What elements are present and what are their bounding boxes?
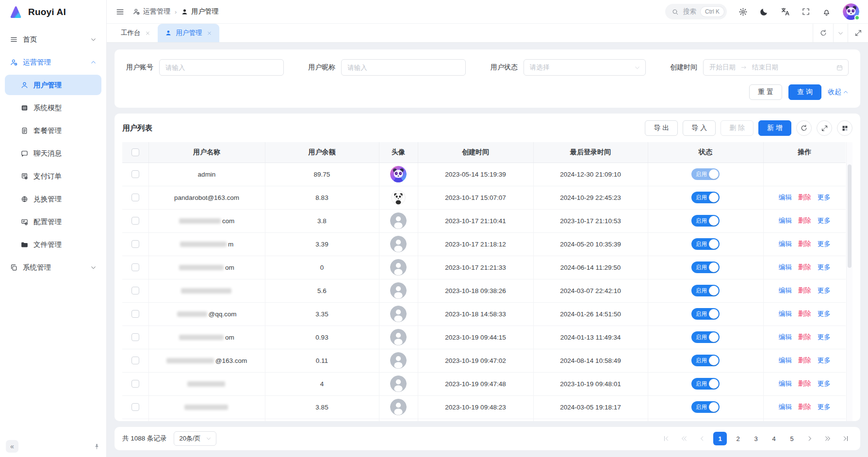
row-checkbox[interactable]: [131, 380, 139, 388]
status-select[interactable]: 请选择: [524, 59, 646, 76]
more-link[interactable]: 更多: [818, 379, 831, 388]
reset-button[interactable]: 重 置: [749, 84, 782, 100]
row-checkbox[interactable]: [131, 333, 139, 341]
more-link[interactable]: 更多: [818, 240, 831, 248]
bell-icon[interactable]: [822, 7, 831, 16]
column-settings-icon[interactable]: [837, 120, 852, 136]
sidebar-item-child[interactable]: 兑换管理: [5, 189, 101, 209]
add-button[interactable]: 新 增: [758, 120, 791, 136]
edit-link[interactable]: 编辑: [779, 263, 792, 272]
edit-link[interactable]: 编辑: [779, 193, 792, 202]
delete-link[interactable]: 删除: [798, 240, 811, 248]
delete-link[interactable]: 删除: [798, 403, 811, 411]
close-icon[interactable]: [207, 31, 212, 36]
more-link[interactable]: 更多: [818, 286, 831, 295]
edit-link[interactable]: 编辑: [779, 379, 792, 388]
sidebar-collapse-button[interactable]: «: [6, 440, 18, 453]
expand-icon[interactable]: [817, 120, 832, 136]
sidebar-item-child[interactable]: 聊天消息: [5, 143, 101, 163]
page-fast-next-button[interactable]: [821, 432, 835, 445]
sidebar-item-child[interactable]: 系统模型: [5, 98, 101, 118]
row-checkbox[interactable]: [131, 287, 139, 294]
row-checkbox[interactable]: [131, 170, 139, 178]
more-link[interactable]: 更多: [818, 310, 831, 318]
edit-link[interactable]: 编辑: [779, 403, 792, 411]
delete-link[interactable]: 删除: [798, 356, 811, 365]
page-number-3[interactable]: 3: [749, 432, 763, 445]
dark-mode-moon-icon[interactable]: [759, 7, 769, 16]
status-toggle[interactable]: 启用: [691, 192, 720, 203]
row-checkbox[interactable]: [131, 194, 139, 201]
sidebar-item-home[interactable]: 首页: [5, 29, 101, 49]
sidebar-item-active[interactable]: 用户管理: [5, 75, 101, 95]
status-toggle[interactable]: 启用: [691, 355, 720, 366]
select-all-checkbox[interactable]: [131, 148, 139, 156]
status-toggle[interactable]: 启用: [691, 215, 720, 227]
chevron-down-icon[interactable]: [833, 24, 848, 42]
status-toggle[interactable]: 启用: [691, 378, 720, 390]
page-number-5[interactable]: 5: [785, 432, 799, 445]
page-prev-button[interactable]: [695, 432, 709, 445]
page-number-1[interactable]: 1: [713, 432, 727, 445]
edit-link[interactable]: 编辑: [779, 356, 792, 365]
date-range-picker[interactable]: 开始日期 结束日期: [703, 59, 849, 76]
delete-link[interactable]: 删除: [798, 193, 811, 202]
sidebar-toggle-icon[interactable]: [115, 7, 125, 16]
breadcrumb-user-management[interactable]: 用户管理: [181, 7, 218, 16]
table-scrollbar[interactable]: [846, 142, 852, 421]
import-button[interactable]: 导 入: [683, 120, 716, 136]
status-toggle[interactable]: 启用: [691, 308, 720, 320]
more-link[interactable]: 更多: [818, 333, 831, 342]
sidebar-item-child[interactable]: 配置管理: [5, 212, 101, 232]
page-fast-prev-button[interactable]: [677, 432, 691, 445]
page-number-4[interactable]: 4: [767, 432, 781, 445]
delete-link[interactable]: 删除: [798, 286, 811, 295]
nickname-input[interactable]: [341, 59, 466, 76]
row-checkbox[interactable]: [131, 310, 139, 318]
close-icon[interactable]: [145, 31, 150, 36]
tab-工作台[interactable]: 工作台: [114, 24, 158, 42]
row-checkbox[interactable]: [131, 263, 139, 271]
row-checkbox[interactable]: [131, 217, 139, 225]
refresh-icon[interactable]: [796, 120, 812, 136]
export-button[interactable]: 导 出: [645, 120, 678, 136]
page-last-button[interactable]: [839, 432, 852, 445]
delete-link[interactable]: 删除: [798, 333, 811, 342]
delete-link[interactable]: 删除: [798, 216, 811, 225]
delete-link[interactable]: 删除: [798, 379, 811, 388]
sidebar-item-child[interactable]: 套餐管理: [5, 120, 101, 141]
edit-link[interactable]: 编辑: [779, 333, 792, 342]
delete-link[interactable]: 删除: [798, 310, 811, 318]
page-number-2[interactable]: 2: [731, 432, 745, 445]
edit-link[interactable]: 编辑: [779, 240, 792, 248]
global-search[interactable]: 搜索 Ctrl K: [665, 4, 727, 19]
translate-icon[interactable]: [780, 7, 790, 16]
edit-link[interactable]: 编辑: [779, 310, 792, 318]
more-link[interactable]: 更多: [818, 403, 831, 411]
row-checkbox[interactable]: [131, 240, 139, 248]
status-toggle[interactable]: 启用: [691, 285, 720, 296]
fullscreen-icon[interactable]: [802, 7, 810, 16]
sidebar-item-child[interactable]: 文件管理: [5, 234, 101, 255]
more-link[interactable]: 更多: [818, 356, 831, 365]
sidebar-item-operations[interactable]: 运营管理: [5, 52, 101, 72]
breadcrumb-operations[interactable]: 运营管理: [132, 7, 170, 16]
tab-用户管理[interactable]: 用户管理: [158, 24, 219, 42]
refresh-icon[interactable]: [813, 24, 833, 42]
page-size-select[interactable]: 20条/页: [174, 431, 216, 446]
user-avatar[interactable]: [843, 3, 859, 20]
row-checkbox[interactable]: [131, 357, 139, 364]
row-checkbox[interactable]: [131, 403, 139, 411]
status-toggle[interactable]: 启用: [691, 168, 720, 180]
query-button[interactable]: 查 询: [788, 84, 821, 100]
more-link[interactable]: 更多: [818, 263, 831, 272]
edit-link[interactable]: 编辑: [779, 216, 792, 225]
status-toggle[interactable]: 启用: [691, 261, 720, 273]
status-toggle[interactable]: 启用: [691, 401, 720, 413]
delete-link[interactable]: 删除: [798, 263, 811, 272]
gear-icon[interactable]: [738, 7, 748, 16]
content-fullscreen-icon[interactable]: [848, 24, 868, 42]
more-link[interactable]: 更多: [818, 193, 831, 202]
account-input[interactable]: [159, 59, 284, 76]
status-toggle[interactable]: 启用: [691, 331, 720, 343]
